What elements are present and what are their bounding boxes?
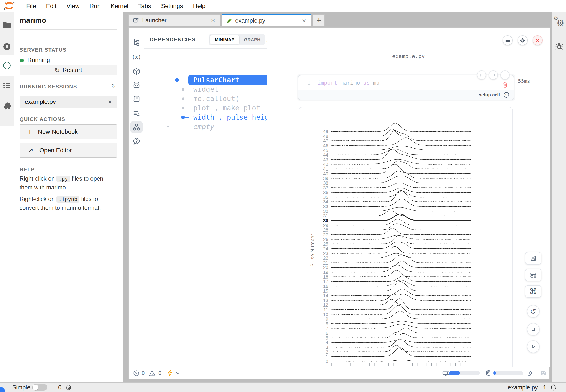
tree-item-widget[interactable]: widget (193, 85, 219, 93)
pulse-waveform-21 (331, 255, 471, 263)
save-button[interactable] (525, 252, 541, 265)
menu-item-help[interactable]: Help (188, 3, 210, 10)
variables-icon[interactable]: (x) (130, 51, 143, 63)
simple-mode-toggle[interactable] (32, 384, 47, 391)
new-tab-button[interactable]: + (313, 14, 325, 27)
ai-sparkle-icon[interactable] (528, 370, 535, 377)
run-cell-button[interactable] (477, 70, 486, 80)
pulse-waveform-22 (331, 253, 471, 258)
pulse-waveform-46 (331, 138, 471, 145)
extensions-puzzle-icon[interactable] (3, 102, 11, 111)
chart-x-tick-label: 220 (432, 366, 440, 367)
memory-progress-bar (449, 371, 480, 375)
toggle-minimap[interactable]: MINIMAP (210, 35, 239, 44)
tab-example-py[interactable]: example.py × (222, 14, 312, 27)
tree-item-callout[interactable]: mo.callout( (193, 95, 239, 103)
shutdown-kernel-button[interactable] (533, 35, 543, 45)
menu-item-run[interactable]: Run (85, 3, 106, 10)
layout-toggle-button[interactable] (525, 269, 541, 281)
tree-node-dot (182, 97, 184, 100)
marimo-sidebar-icon[interactable] (2, 61, 12, 70)
menu-item-edit[interactable]: Edit (41, 3, 61, 10)
property-inspector-gears-icon[interactable]: ⚙ ⚙ (554, 17, 565, 28)
close-tab-icon[interactable]: × (301, 17, 307, 25)
tree-item-plot[interactable]: plot , make_plot (193, 104, 260, 112)
setup-help-icon[interactable]: ? (504, 92, 509, 98)
dependencies-panel: DEPENDENCIES MINIMAP GRAPH × (144, 28, 267, 367)
session-item[interactable]: example.py × (19, 96, 117, 108)
restart-button[interactable]: ↻ Restart (19, 65, 117, 75)
table-of-contents-icon[interactable] (3, 82, 11, 89)
pulse-waveform-48 (331, 129, 471, 136)
copilot-robot-icon[interactable] (539, 370, 547, 376)
open-editor-button[interactable]: ↗ Open Editor (19, 143, 117, 158)
file-browser-icon[interactable] (3, 21, 11, 28)
pulse-waveform-29 (331, 219, 471, 225)
error-count: 0 (142, 370, 145, 376)
setup-cell-label: setup cell (479, 90, 500, 100)
logs-search-icon[interactable] (130, 107, 143, 119)
play-icon (531, 344, 536, 349)
notebook-settings-button[interactable] (518, 35, 528, 45)
notebook-view: example.py (267, 28, 550, 367)
tree-item-width-vars[interactable]: width , pulse_height , n_poi (193, 113, 267, 121)
pulse-waveform-3 (331, 339, 471, 347)
menu-item-file[interactable]: File (21, 3, 41, 10)
tab-launcher[interactable]: Launcher × (129, 14, 221, 27)
help-paragraph: Right-click on .ipynb files to convert t… (19, 195, 117, 212)
tree-node-dot (181, 116, 185, 119)
menu-item-view[interactable]: View (61, 3, 84, 10)
pulse-waveform-37 (331, 183, 471, 188)
kernel-chip-icon[interactable] (66, 384, 72, 391)
ai-robot-icon[interactable] (130, 79, 143, 92)
tree-node-dot (182, 107, 184, 110)
tree-item-pulsarchart[interactable]: PulsarChart (188, 75, 267, 85)
pulse-waveform-41 (331, 161, 471, 169)
code-text[interactable]: import marimo as mo (317, 80, 380, 86)
packages-cube-icon[interactable] (130, 65, 143, 77)
play-icon (479, 73, 484, 77)
errors-icon[interactable] (133, 370, 140, 376)
running-sessions-icon[interactable] (3, 42, 11, 51)
help-bubble-icon[interactable] (130, 135, 143, 147)
pulsar-ridgeline-chart: Pulse Number 494847464544434241403938373… (299, 107, 512, 367)
tree-item-empty[interactable]: empty (193, 123, 214, 130)
hamburger-icon (505, 38, 510, 43)
help-heading: HELP (19, 167, 35, 173)
cell-more-button[interactable] (500, 70, 510, 80)
application-window: File Edit View Run Kernel Tabs Settings … (0, 0, 566, 392)
notebook-menu-button[interactable] (503, 35, 513, 45)
pulse-waveform-38 (331, 176, 471, 183)
close-session-icon[interactable]: × (108, 98, 112, 106)
run-mode-lightning-icon[interactable] (167, 370, 173, 377)
undo-button[interactable]: ↺ (527, 305, 539, 318)
new-notebook-button[interactable]: + New Notebook (19, 125, 117, 139)
interrupt-button[interactable] (527, 323, 539, 336)
notebook-status-bar: 0 0 (129, 367, 549, 379)
delete-cell-trash-icon[interactable] (502, 81, 508, 88)
bell-icon[interactable] (550, 384, 557, 391)
warnings-icon[interactable] (149, 370, 156, 376)
refresh-sessions-icon[interactable]: ↻ (111, 83, 116, 89)
cpu-progress-bar (493, 371, 523, 375)
menu-item-settings[interactable]: Settings (156, 3, 188, 10)
toggle-graph[interactable]: GRAPH (241, 35, 264, 44)
run-all-button[interactable] (527, 340, 539, 353)
scratchpad-scroll-icon[interactable] (130, 93, 143, 105)
close-tab-icon[interactable]: × (210, 16, 216, 25)
keyboard-shortcuts-button[interactable]: ⌘ (525, 285, 541, 298)
active-file-label: example.py (508, 384, 538, 391)
file-tree-icon[interactable] (130, 36, 143, 49)
chevron-down-icon[interactable] (175, 371, 180, 375)
chart-x-tick-label: 260 (451, 366, 460, 367)
warning-count: 0 (158, 370, 161, 376)
menu-item-kernel[interactable]: Kernel (106, 3, 133, 10)
chart-y-tick-label: 0 (326, 359, 328, 364)
pulse-waveform-31 (331, 211, 471, 216)
tab-bar: Launcher × example.py × + (129, 14, 325, 27)
menu-item-tabs[interactable]: Tabs (133, 3, 156, 10)
debugger-bug-icon[interactable] (555, 42, 564, 50)
dependencies-sitemap-icon[interactable] (130, 121, 143, 133)
dependencies-title: DEPENDENCIES (149, 36, 195, 43)
stop-cell-button[interactable] (489, 70, 498, 80)
